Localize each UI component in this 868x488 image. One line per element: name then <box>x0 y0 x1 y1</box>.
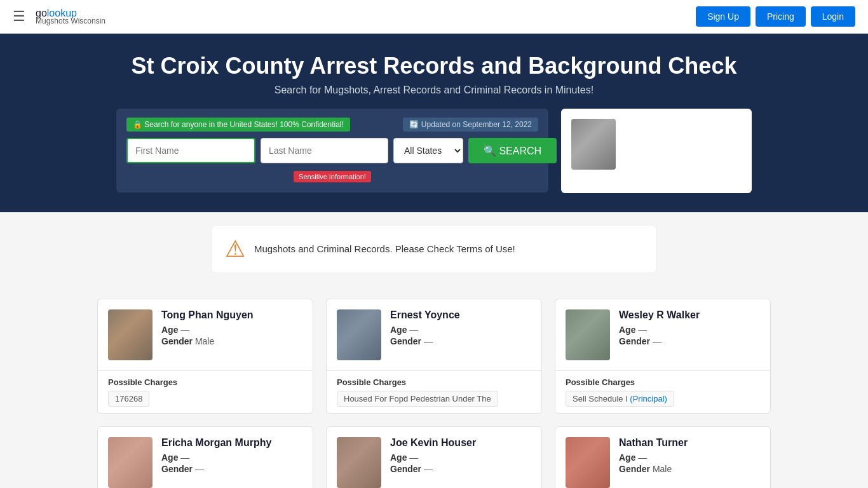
record-name: Wesley R Walker <box>619 309 700 321</box>
charge-tag: Housed For Fopd Pedestrian Under The <box>337 391 498 407</box>
record-charges: Possible Charges Sell Schedule I (Princi… <box>555 371 770 413</box>
charge-tag: Sell Schedule I (Principal) <box>566 391 674 407</box>
updated-banner: 🔄 Updated on September 12, 2022 <box>403 118 538 132</box>
record-age: Age — <box>390 325 460 335</box>
featured-gender: Gender Male <box>625 167 738 183</box>
record-card[interactable]: Ernest Yoynce Age — Gender — Possible Ch… <box>326 299 542 414</box>
featured-first-name-label: First Name <box>645 121 691 132</box>
record-gender: Gender — <box>161 464 271 474</box>
hero-subtitle: Search for Mugshots, Arrest Records and … <box>13 85 855 96</box>
featured-card: First Name Angel Last Name Nuzzolese-Giu… <box>561 109 752 193</box>
updated-text: Updated on September 12, 2022 <box>421 120 532 129</box>
featured-age-value: — <box>688 153 696 163</box>
charges-label: Possible Charges <box>566 377 760 387</box>
refresh-icon: 🔄 <box>409 120 419 129</box>
record-top: Ernest Yoynce Age — Gender — <box>327 299 541 370</box>
last-name-input[interactable] <box>261 138 388 163</box>
record-info: Ericha Morgan Murphy Age — Gender — <box>161 437 271 475</box>
warning-text: Mugshots and Criminal Records. Please Ch… <box>254 243 515 254</box>
featured-gender-value: Male <box>689 170 709 180</box>
record-name: Ericha Morgan Murphy <box>161 437 271 449</box>
record-avatar <box>108 437 153 488</box>
record-top: Tong Phan Nguyen Age — Gender Male <box>98 299 313 370</box>
record-avatar <box>108 309 153 360</box>
login-button[interactable]: Login <box>811 6 855 27</box>
record-gender: Gender — <box>390 336 460 346</box>
featured-last-name: Last Name Nuzzolese-Giup <box>625 135 738 151</box>
featured-avatar <box>571 119 616 170</box>
record-charges: Possible Charges 176268 <box>98 371 313 413</box>
page-title: St Croix County Arrest Records and Backg… <box>13 53 855 79</box>
search-inputs: All States Alabama Alaska Wisconsin 🔍 SE… <box>126 138 538 163</box>
featured-age-label: Age <box>666 153 682 163</box>
record-avatar <box>337 309 381 360</box>
record-top: Joe Kevin Houser Age — Gender — <box>327 427 541 488</box>
record-info: Joe Kevin Houser Age — Gender — <box>390 437 476 475</box>
warning-bar: ⚠ Mugshots and Criminal Records. Please … <box>212 225 656 273</box>
featured-info: First Name Angel Last Name Nuzzolese-Giu… <box>625 119 738 183</box>
state-select[interactable]: All States Alabama Alaska Wisconsin <box>393 138 463 163</box>
record-top: Wesley R Walker Age — Gender — <box>555 299 770 370</box>
search-box: 🔒 Search for anyone in the United States… <box>116 109 548 193</box>
record-charges: Possible Charges Housed For Fopd Pedestr… <box>327 371 541 413</box>
record-card[interactable]: Tong Phan Nguyen Age — Gender Male Possi… <box>97 299 313 414</box>
record-name: Joe Kevin Houser <box>390 437 476 449</box>
record-top: Nathan Turner Age — Gender Male <box>555 427 770 488</box>
pricing-button[interactable]: Pricing <box>756 6 806 27</box>
record-name: Ernest Yoynce <box>390 309 460 321</box>
records-grid: Tong Phan Nguyen Age — Gender Male Possi… <box>97 299 771 488</box>
first-name-input[interactable] <box>126 138 255 163</box>
header: ☰ golookup Mugshots Wisconsin Sign Up Pr… <box>0 0 868 34</box>
record-avatar <box>566 437 610 488</box>
header-left: ☰ golookup Mugshots Wisconsin <box>13 8 105 25</box>
record-info: Tong Phan Nguyen Age — Gender Male <box>161 309 254 348</box>
record-gender: Gender Male <box>619 464 688 474</box>
charges-label: Possible Charges <box>108 377 302 387</box>
record-age: Age — <box>619 325 700 335</box>
search-area: 🔒 Search for anyone in the United States… <box>13 109 855 193</box>
featured-last-name-label: Last Name <box>625 137 670 147</box>
hero-section: St Croix County Arrest Records and Backg… <box>0 34 868 212</box>
record-age: Age — <box>161 325 254 335</box>
record-age: Age — <box>161 452 271 463</box>
record-age: Age — <box>390 452 476 463</box>
charge-tag: 176268 <box>108 391 149 407</box>
featured-age: Age — <box>625 151 738 166</box>
record-top: Ericha Morgan Murphy Age — Gender — <box>98 427 313 488</box>
logo[interactable]: golookup Mugshots Wisconsin <box>36 8 105 25</box>
record-card[interactable]: Wesley R Walker Age — Gender — Possible … <box>555 299 771 414</box>
record-card[interactable]: Ericha Morgan Murphy Age — Gender — <box>97 426 313 488</box>
record-gender: Gender — <box>619 336 700 346</box>
search-button[interactable]: 🔍 SEARCH <box>468 138 557 163</box>
warning-icon: ⚠ <box>225 236 245 262</box>
confidential-banner: 🔒 Search for anyone in the United States… <box>126 118 350 132</box>
record-gender: Gender Male <box>161 336 254 346</box>
record-gender: Gender — <box>390 464 476 474</box>
featured-first-name-value: Angel <box>695 121 718 132</box>
record-name: Tong Phan Nguyen <box>161 309 254 321</box>
record-avatar <box>566 309 610 360</box>
header-right: Sign Up Pricing Login <box>696 6 855 27</box>
featured-first-name: First Name Angel <box>625 119 738 135</box>
record-name: Nathan Turner <box>619 437 688 449</box>
featured-last-name-value: Nuzzolese-Giup <box>675 137 738 147</box>
charges-label: Possible Charges <box>337 377 531 387</box>
signup-button[interactable]: Sign Up <box>696 6 750 27</box>
record-info: Nathan Turner Age — Gender Male <box>619 437 688 475</box>
record-age: Age — <box>619 452 688 463</box>
record-card[interactable]: Joe Kevin Houser Age — Gender — <box>326 426 542 488</box>
record-avatar <box>337 437 381 488</box>
record-card[interactable]: Nathan Turner Age — Gender Male <box>555 426 771 488</box>
sensitive-badge: Sensitive Information! <box>294 171 371 182</box>
search-banner-row: 🔒 Search for anyone in the United States… <box>126 118 538 132</box>
logo-tagline: Mugshots Wisconsin <box>36 17 105 25</box>
records-section: Tong Phan Nguyen Age — Gender Male Possi… <box>85 286 783 488</box>
hamburger-menu-icon[interactable]: ☰ <box>13 8 25 25</box>
featured-gender-label: Gender <box>654 170 685 180</box>
record-info: Ernest Yoynce Age — Gender — <box>390 309 460 348</box>
record-info: Wesley R Walker Age — Gender — <box>619 309 700 348</box>
